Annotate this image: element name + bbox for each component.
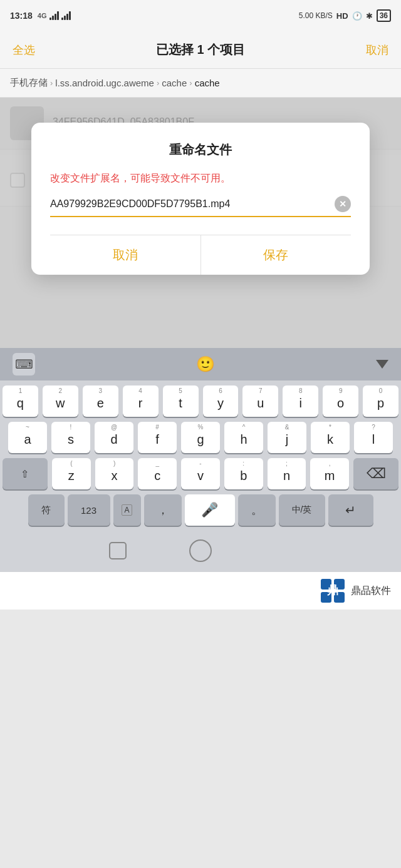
brand-bar: 鼎 鼎品软件 <box>0 572 401 610</box>
brand-icon: 鼎 <box>320 578 346 604</box>
enter-key[interactable]: ↵ <box>328 494 373 526</box>
rename-dialog: 重命名文件 改变文件扩展名，可能导致文件不可用。 ✕ 取消 保存 <box>31 123 370 275</box>
breadcrumb-item-2[interactable]: l.ss.android.ugc.aweme <box>55 78 154 88</box>
alarm-icon: 🕐 <box>352 11 362 21</box>
key-row-4: 符 123 A ， 🎤 。 中/英 ↵ <box>3 494 398 526</box>
key-d[interactable]: @d <box>95 422 133 453</box>
key-n[interactable]: ;n <box>268 458 306 489</box>
breadcrumb-item-1[interactable]: 手机存储 <box>10 77 48 89</box>
key-s[interactable]: !s <box>51 422 90 453</box>
comma-key[interactable]: ， <box>144 494 182 526</box>
brand-name: 鼎品软件 <box>351 585 391 598</box>
key-k[interactable]: *k <box>311 422 350 453</box>
key-h[interactable]: ^h <box>224 422 263 453</box>
backspace-key[interactable]: ⌫ <box>353 458 398 489</box>
signal-icon2 <box>61 11 71 20</box>
key-m[interactable]: ,m <box>310 458 349 489</box>
recent-apps-button[interactable] <box>109 542 127 559</box>
shift-key[interactable]: ⇧ <box>3 458 48 489</box>
top-bar: 全选 已选择 1 个项目 取消 <box>0 31 401 69</box>
key-r[interactable]: 4r <box>123 385 159 417</box>
status-right: 5.00 KB/S HD 🕐 ✱ 36 <box>299 9 391 22</box>
key-row-2: ~a !s @d #f %g ^h &j *k ?l <box>3 422 398 453</box>
key-g[interactable]: %g <box>181 422 220 453</box>
key-y[interactable]: 6y <box>203 385 239 417</box>
key-v[interactable]: -v <box>181 458 220 489</box>
signal-icon <box>49 11 59 20</box>
symbols-key[interactable]: 符 <box>28 494 65 526</box>
breadcrumb-item-4[interactable]: cache <box>195 78 220 88</box>
battery-indicator: 36 <box>377 9 391 22</box>
key-z[interactable]: (z <box>52 458 91 489</box>
keyboard-keys: 1q 2w 3e 4r 5t 6y 7u 8i 9o 0p ~a !s @d #… <box>0 380 401 533</box>
dialog-title: 重命名文件 <box>50 141 351 158</box>
key-j[interactable]: &j <box>268 422 306 453</box>
key-l[interactable]: ?l <box>354 422 393 453</box>
key-o[interactable]: 9o <box>323 385 358 417</box>
key-row-1: 1q 2w 3e 4r 5t 6y 7u 8i 9o 0p <box>3 385 398 417</box>
back-button[interactable] <box>274 542 292 559</box>
key-x[interactable]: )x <box>95 458 134 489</box>
key-p[interactable]: 0p <box>363 385 398 417</box>
dialog-buttons: 取消 保存 <box>50 235 351 275</box>
svg-text:鼎: 鼎 <box>327 584 338 596</box>
modal-overlay: 重命名文件 改变文件扩展名，可能导致文件不可用。 ✕ 取消 保存 <box>0 98 401 348</box>
status-time: 13:18 4G <box>10 11 71 21</box>
key-w[interactable]: 2w <box>43 385 78 417</box>
key-c[interactable]: _c <box>138 458 177 489</box>
file-list-area: 34FE956D641D_05A83801B0F 重命名文件 改变文件扩展名，可… <box>0 98 401 348</box>
key-row-3: ⇧ (z )x _c -v :b ;n ,m ⌫ <box>3 458 398 489</box>
dialog-cancel-button[interactable]: 取消 <box>50 235 201 275</box>
key-f[interactable]: #f <box>138 422 177 453</box>
hd-indicator: HD <box>336 11 348 21</box>
status-bar: 13:18 4G 5.00 KB/S HD 🕐 ✱ 36 <box>0 0 401 31</box>
abc-key[interactable]: A <box>113 494 141 526</box>
key-e[interactable]: 3e <box>83 385 118 417</box>
microphone-key[interactable]: 🎤 <box>185 494 235 526</box>
number-key[interactable]: 123 <box>68 494 110 526</box>
hide-keyboard-button[interactable] <box>376 360 388 369</box>
key-a[interactable]: ~a <box>8 422 47 453</box>
cancel-button[interactable]: 取消 <box>366 43 388 58</box>
select-all-button[interactable]: 全选 <box>13 43 35 58</box>
keyboard-area: ⌨ 🙂 1q 2w 3e 4r 5t 6y 7u 8i 9o 0p ~a !s … <box>0 348 401 572</box>
key-b[interactable]: :b <box>224 458 263 489</box>
cn-en-key[interactable]: 中/英 <box>279 494 325 526</box>
dialog-save-button[interactable]: 保存 <box>201 235 352 275</box>
emoji-button[interactable]: 🙂 <box>196 355 215 373</box>
home-button[interactable] <box>189 539 212 562</box>
bluetooth-icon: ✱ <box>366 11 373 21</box>
key-t[interactable]: 5t <box>163 385 199 417</box>
breadcrumb-item-3[interactable]: cache <box>162 78 187 88</box>
key-q[interactable]: 1q <box>3 385 38 417</box>
key-i[interactable]: 8i <box>283 385 318 417</box>
brand-logo: 鼎 鼎品软件 <box>320 578 391 604</box>
filename-input-row: ✕ <box>50 196 351 217</box>
keyboard-toolbar: ⌨ 🙂 <box>0 348 401 380</box>
clear-input-button[interactable]: ✕ <box>335 196 351 212</box>
wifi-speed: 5.00 KB/S <box>299 11 333 20</box>
period-key[interactable]: 。 <box>238 494 276 526</box>
key-u[interactable]: 7u <box>242 385 278 417</box>
selection-title: 已选择 1 个项目 <box>156 41 245 58</box>
keyboard-type-icon[interactable]: ⌨ <box>13 353 35 375</box>
home-area <box>0 533 401 572</box>
filename-input[interactable] <box>50 196 335 212</box>
breadcrumb: 手机存储 › l.ss.android.ugc.aweme › cache › … <box>0 69 401 98</box>
dialog-warning: 改变文件扩展名，可能导致文件不可用。 <box>50 171 351 186</box>
